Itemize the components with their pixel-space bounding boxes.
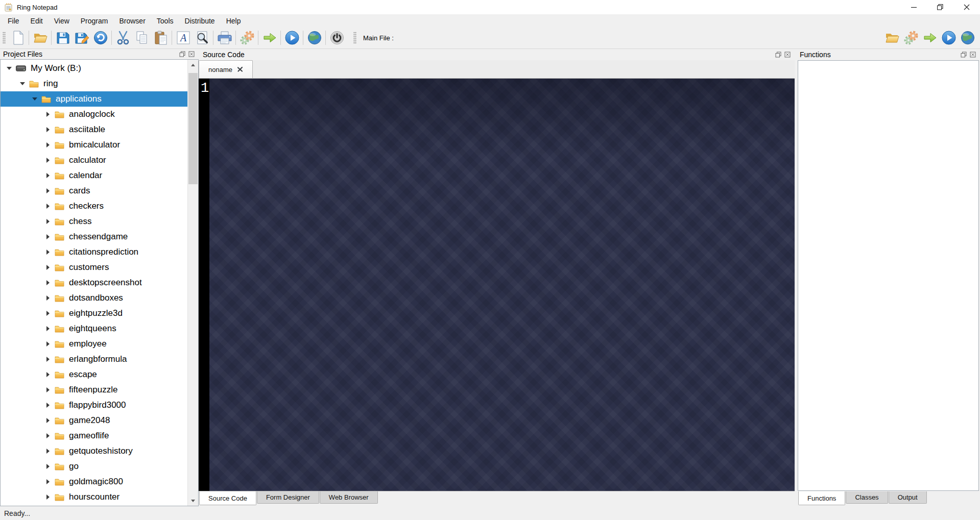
tree-item-folder[interactable]: calculator <box>1 153 187 168</box>
tab-output[interactable]: Output <box>889 491 927 504</box>
tab-noname[interactable]: noname <box>199 60 253 78</box>
menu-item[interactable]: View <box>49 15 75 27</box>
open-project-button[interactable] <box>882 29 901 47</box>
web-browser-button[interactable] <box>305 29 324 47</box>
expander-icon[interactable] <box>44 311 52 316</box>
tab-web-browser[interactable]: Web Browser <box>320 491 378 504</box>
expander-icon[interactable] <box>44 295 52 301</box>
tree-item-folder[interactable]: eightpuzzle3d <box>1 306 187 321</box>
expander-icon[interactable] <box>44 127 52 132</box>
power-button[interactable] <box>327 29 346 47</box>
code-editor[interactable]: 1 <box>199 79 795 491</box>
expander-icon[interactable] <box>44 479 52 484</box>
expander-icon[interactable] <box>44 188 52 193</box>
tree-item-folder[interactable]: cards <box>1 183 187 199</box>
expander-icon[interactable] <box>44 219 52 224</box>
run-button[interactable] <box>282 29 301 47</box>
menu-item[interactable]: Browser <box>113 15 151 27</box>
tree-item-folder[interactable]: getquoteshistory <box>1 443 187 459</box>
cut-button[interactable] <box>113 29 132 47</box>
expander-icon[interactable] <box>44 494 52 500</box>
expander-icon[interactable] <box>44 403 52 408</box>
tree-item-folder[interactable]: goldmagic800 <box>1 474 187 489</box>
tree-item-folder[interactable]: checkers <box>1 199 187 214</box>
tree-item-folder[interactable]: fifteenpuzzle <box>1 382 187 398</box>
tree-item-folder[interactable]: go <box>1 459 187 474</box>
expander-icon[interactable] <box>44 280 52 285</box>
tree-item-folder[interactable]: asciitable <box>1 122 187 137</box>
project-web-button[interactable] <box>958 29 977 47</box>
revert-button[interactable] <box>91 29 110 47</box>
menu-item[interactable]: Distribute <box>179 15 221 27</box>
expander-icon[interactable] <box>6 67 13 70</box>
font-button[interactable]: A <box>174 29 193 47</box>
menu-item[interactable]: Edit <box>25 15 49 27</box>
tree-item-folder[interactable]: bmicalculator <box>1 137 187 153</box>
expander-icon[interactable] <box>44 341 52 346</box>
open-file-button[interactable] <box>31 29 50 47</box>
scroll-down-button[interactable] <box>188 496 198 506</box>
expander-icon[interactable] <box>44 112 52 117</box>
expander-icon[interactable] <box>44 173 52 178</box>
expander-icon[interactable] <box>44 204 52 209</box>
tree-item-drive[interactable]: My Work (B:) <box>1 61 187 76</box>
paste-button[interactable] <box>151 29 170 47</box>
toolbar-drag-handle[interactable] <box>353 32 356 44</box>
tree-item-folder[interactable]: gameoflife <box>1 428 187 443</box>
expander-icon[interactable] <box>44 449 52 454</box>
tab-form-designer[interactable]: Form Designer <box>257 491 319 504</box>
tree-item-selected[interactable]: applications <box>1 91 187 107</box>
expander-icon[interactable] <box>44 326 52 331</box>
tab-functions[interactable]: Functions <box>798 491 845 505</box>
expander-icon[interactable] <box>44 357 52 362</box>
expander-icon[interactable] <box>44 433 52 438</box>
tree-item-folder[interactable]: erlangbformula <box>1 352 187 367</box>
tree-item-folder[interactable]: flappybird3000 <box>1 398 187 413</box>
scroll-up-button[interactable] <box>188 60 198 70</box>
tree-item-folder[interactable]: chess <box>1 214 187 229</box>
restore-button[interactable] <box>927 0 953 14</box>
expander-icon[interactable] <box>44 250 52 255</box>
tree-item-folder[interactable]: customers <box>1 260 187 275</box>
menu-item[interactable]: Tools <box>151 15 179 27</box>
menu-item[interactable]: File <box>2 15 25 27</box>
dock-close-button[interactable] <box>188 51 195 58</box>
menu-item[interactable]: Program <box>75 15 114 27</box>
expander-icon[interactable] <box>44 142 52 147</box>
menu-item[interactable]: Help <box>221 15 247 27</box>
editor-text-area[interactable] <box>209 79 795 491</box>
tab-source-code[interactable]: Source Code <box>199 491 256 505</box>
tab-classes[interactable]: Classes <box>846 491 888 504</box>
project-tools-button[interactable] <box>901 29 920 47</box>
close-button[interactable] <box>953 0 980 14</box>
dock-close-button[interactable] <box>969 52 976 58</box>
copy-button[interactable] <box>132 29 151 47</box>
tree-item-folder[interactable]: calendar <box>1 168 187 183</box>
expander-icon[interactable] <box>44 234 52 239</box>
save-button[interactable] <box>53 29 72 47</box>
minimize-button[interactable] <box>900 0 927 14</box>
dock-float-button[interactable] <box>179 51 185 58</box>
scrollbar-thumb[interactable] <box>188 73 198 184</box>
expander-icon[interactable] <box>44 387 52 392</box>
print-button[interactable] <box>215 29 234 47</box>
tree-item-folder[interactable]: game2048 <box>1 413 187 428</box>
tab-close-icon[interactable] <box>237 66 243 72</box>
goto-button[interactable] <box>260 29 279 47</box>
tree-item-folder[interactable]: eightqueens <box>1 321 187 336</box>
expander-icon[interactable] <box>44 265 52 270</box>
dock-float-button[interactable] <box>960 52 967 58</box>
tree-item-folder[interactable]: citationsprediction <box>1 244 187 260</box>
dock-float-button[interactable] <box>775 52 781 58</box>
tree-item-folder[interactable]: escape <box>1 367 187 382</box>
expander-icon[interactable] <box>19 82 26 85</box>
tree-item-folder[interactable]: employee <box>1 336 187 352</box>
expander-icon[interactable] <box>31 97 38 101</box>
toolbar-drag-handle[interactable] <box>3 32 6 44</box>
tree-item-folder[interactable]: dotsandboxes <box>1 290 187 306</box>
dock-close-button[interactable] <box>784 52 791 58</box>
tree-item-folder[interactable]: ring <box>1 76 187 91</box>
find-button[interactable] <box>193 29 211 47</box>
save-as-button[interactable] <box>72 29 91 47</box>
expander-icon[interactable] <box>44 418 52 423</box>
